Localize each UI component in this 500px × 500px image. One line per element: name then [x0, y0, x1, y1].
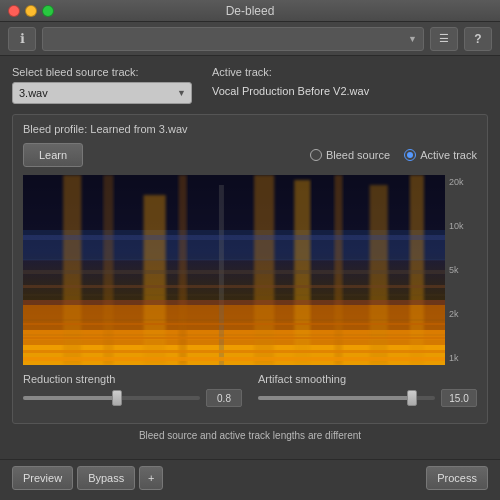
bleed-source-radio[interactable]: Bleed source [310, 149, 390, 161]
main-content: Select bleed source track: 3.wav ▼ Activ… [0, 56, 500, 459]
titlebar: De-bleed [0, 0, 500, 22]
reduction-slider-row: 0.8 [23, 389, 242, 407]
plus-button[interactable]: + [139, 466, 163, 490]
artifact-section: Artifact smoothing 15.0 [258, 373, 477, 407]
track-selection-row: Select bleed source track: 3.wav ▼ Activ… [12, 66, 488, 104]
reduction-slider-fill [23, 396, 117, 400]
plugin-toolbar: ℹ ▼ ☰ ? [0, 22, 500, 56]
process-button[interactable]: Process [426, 466, 488, 490]
bleed-profile-header: Bleed profile: Learned from 3.wav [23, 123, 477, 135]
bleed-source-section: Select bleed source track: 3.wav ▼ [12, 66, 192, 104]
artifact-value[interactable]: 15.0 [441, 389, 477, 407]
bleed-source-value: 3.wav [19, 87, 48, 99]
bleed-profile-label: Bleed profile: [23, 123, 87, 135]
spectrogram-canvas [23, 175, 445, 365]
window-controls [8, 5, 54, 17]
preview-button[interactable]: Preview [12, 466, 73, 490]
window-title: De-bleed [226, 4, 275, 18]
artifact-slider-row: 15.0 [258, 389, 477, 407]
bleed-source-label: Select bleed source track: [12, 66, 192, 78]
svg-rect-8 [144, 195, 166, 365]
frequency-labels: 20k 10k 5k 2k 1k [447, 175, 477, 365]
spectrogram-svg [23, 175, 445, 365]
active-track-label: Active track: [212, 66, 369, 78]
svg-rect-20 [23, 235, 445, 240]
chevron-down-icon: ▼ [408, 34, 417, 44]
sliders-row: Reduction strength 0.8 Artifact smoothin… [23, 373, 477, 407]
freq-label-10k: 10k [447, 221, 477, 231]
freq-label-20k: 20k [447, 177, 477, 187]
artifact-slider-fill [258, 396, 412, 400]
bleed-source-radio-label: Bleed source [326, 149, 390, 161]
reduction-label: Reduction strength [23, 373, 242, 385]
view-radio-group: Bleed source Active track [310, 149, 477, 161]
freq-label-5k: 5k [447, 265, 477, 275]
reduction-section: Reduction strength 0.8 [23, 373, 242, 407]
plugin-info-button[interactable]: ℹ [8, 27, 36, 51]
warning-text: Bleed source and active track lengths ar… [12, 430, 488, 441]
preset-dropdown[interactable]: ▼ [42, 27, 424, 51]
bleed-source-radio-circle [310, 149, 322, 161]
svg-rect-24 [23, 323, 445, 325]
list-icon: ☰ [439, 32, 449, 45]
spectrogram-container: 20k 10k 5k 2k 1k [23, 175, 477, 365]
artifact-label: Artifact smoothing [258, 373, 477, 385]
reduction-slider-thumb[interactable] [112, 390, 122, 406]
reduction-slider-track[interactable] [23, 396, 200, 400]
bleed-source-dropdown[interactable]: 3.wav ▼ [12, 82, 192, 104]
artifact-slider-thumb[interactable] [407, 390, 417, 406]
artifact-slider-track[interactable] [258, 396, 435, 400]
learn-button[interactable]: Learn [23, 143, 83, 167]
active-track-radio-label: Active track [420, 149, 477, 161]
info-icon: ℹ [20, 31, 25, 46]
active-track-radio-circle [404, 149, 416, 161]
svg-rect-27 [23, 357, 445, 361]
svg-rect-25 [23, 337, 445, 339]
help-button[interactable]: ? [464, 27, 492, 51]
learn-radio-row: Learn Bleed source Active track [23, 143, 477, 167]
svg-rect-21 [23, 270, 445, 274]
bleed-profile-learned: Learned from 3.wav [90, 123, 187, 135]
svg-rect-23 [23, 300, 445, 305]
radio-dot [407, 152, 413, 158]
freq-label-1k: 1k [447, 353, 477, 363]
active-track-section: Active track: Vocal Production Before V2… [212, 66, 369, 97]
reduction-value[interactable]: 0.8 [206, 389, 242, 407]
svg-rect-22 [23, 285, 445, 288]
active-track-value: Vocal Production Before V2.wav [212, 85, 369, 97]
close-button[interactable] [8, 5, 20, 17]
chevron-down-icon: ▼ [177, 88, 186, 98]
bleed-profile-section: Bleed profile: Learned from 3.wav Learn … [12, 114, 488, 424]
preset-list-button[interactable]: ☰ [430, 27, 458, 51]
maximize-button[interactable] [42, 5, 54, 17]
question-icon: ? [474, 32, 481, 46]
active-track-radio[interactable]: Active track [404, 149, 477, 161]
minimize-button[interactable] [25, 5, 37, 17]
bypass-button[interactable]: Bypass [77, 466, 135, 490]
bottom-toolbar: Preview Bypass + Process [0, 459, 500, 496]
freq-label-2k: 2k [447, 309, 477, 319]
svg-rect-26 [23, 350, 445, 353]
